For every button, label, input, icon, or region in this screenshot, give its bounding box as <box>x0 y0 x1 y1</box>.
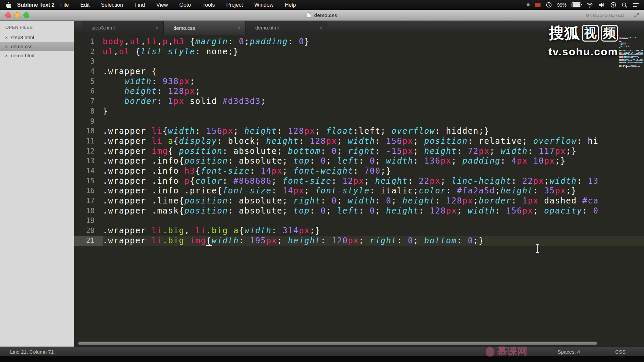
code-line-4[interactable]: .wrapper { <box>103 67 644 77</box>
indent-settings-status[interactable]: Spaces: 4 <box>557 349 580 355</box>
code-line-3[interactable] <box>103 57 644 67</box>
battery-icon[interactable] <box>572 2 581 7</box>
apple-menu-icon[interactable] <box>5 2 11 8</box>
menu-items: FileEditSelectionFindViewGotoToolsProjec… <box>55 2 302 8</box>
line-number: 13 <box>74 156 103 166</box>
tab-label: demo.html <box>255 25 279 31</box>
wifi-icon[interactable] <box>586 2 593 8</box>
line-number: 20 <box>74 226 103 236</box>
code-line-21[interactable]: .wrapper li.big img{width: 195px; height… <box>103 236 644 246</box>
menu-item-window[interactable]: Window <box>249 2 279 8</box>
window-title-bar[interactable]: demo.css UNREGISTERED <box>0 10 644 21</box>
fullscreen-icon[interactable] <box>634 12 639 18</box>
window-title: demo.css <box>314 12 337 18</box>
document-icon <box>307 12 311 18</box>
line-number: 12 <box>74 146 103 157</box>
window-title-group: demo.css <box>0 12 644 18</box>
line-number: 9 <box>74 117 103 127</box>
tab-close-icon[interactable]: × <box>237 25 240 31</box>
code-area[interactable]: body,ul,li,p,h3 {margin: 0;padding: 0}ul… <box>103 37 644 340</box>
line-number: 7 <box>74 97 103 107</box>
code-line-6[interactable]: height: 128px; <box>103 86 644 97</box>
code-line-2[interactable]: ul,ol {list-style: none;} <box>103 47 644 57</box>
line-number: 3 <box>74 57 103 67</box>
tab-step3.html[interactable]: step3.html× <box>82 20 164 35</box>
line-number: 18 <box>74 206 103 216</box>
tab-close-icon[interactable]: × <box>319 25 322 31</box>
menu-item-selection[interactable]: Selection <box>95 2 129 8</box>
bottom-strip <box>0 356 644 362</box>
code-line-17[interactable]: .wrapper .line{position: absolute; right… <box>103 196 644 206</box>
code-line-8[interactable]: } <box>103 107 644 117</box>
menu-item-goto[interactable]: Goto <box>173 2 197 8</box>
code-line-5[interactable]: width: 938px; <box>103 77 644 87</box>
line-number: 6 <box>74 86 103 97</box>
sidebar-file-demo.html[interactable]: ×demo.html <box>0 51 74 60</box>
menu-item-tools[interactable]: Tools <box>197 2 220 8</box>
menu-item-help[interactable]: Help <box>279 2 302 8</box>
line-number: 2 <box>74 47 103 57</box>
line-number: 11 <box>74 136 103 146</box>
cursor-position-status: Line 21, Column 71 <box>10 349 54 355</box>
notification-center-icon[interactable] <box>633 2 639 8</box>
code-line-14[interactable]: .wrapper .info h3{font-size: 14px; font-… <box>103 166 644 176</box>
app-menu-title[interactable]: Sublime Text 2 <box>17 2 55 8</box>
sidebar-file-step3.html[interactable]: ×step3.html <box>0 33 74 42</box>
sync-icon[interactable] <box>610 2 616 8</box>
minimap-line <box>619 62 643 63</box>
tab-bar: step3.html×demo.css×demo.html× <box>74 20 644 35</box>
code-line-19[interactable] <box>103 216 644 226</box>
sidebar: OPEN FILES ×step3.html×demo.css×demo.htm… <box>0 20 74 347</box>
file-close-icon[interactable]: × <box>5 53 8 58</box>
file-name: demo.css <box>11 44 32 49</box>
recording-indicator-icon[interactable] <box>535 3 541 7</box>
menu-status-icons: 99% <box>527 2 639 8</box>
status-bar: Line 21, Column 71 Spaces: 4 CSS <box>0 347 644 356</box>
line-number: 16 <box>74 186 103 196</box>
syntax-status[interactable]: CSS <box>615 349 626 355</box>
screen: Sublime Text 2 FileEditSelectionFindView… <box>0 0 644 362</box>
file-close-icon[interactable]: × <box>5 35 8 40</box>
status-right: Spaces: 4 CSS <box>557 349 626 355</box>
line-number: 14 <box>74 166 103 176</box>
menu-item-edit[interactable]: Edit <box>75 2 96 8</box>
line-number: 4 <box>74 67 103 77</box>
code-line-18[interactable]: .wrapper .mask{position: absolute; top: … <box>103 206 644 216</box>
menu-item-project[interactable]: Project <box>220 2 249 8</box>
horizontal-scrollbar[interactable] <box>78 342 597 345</box>
tab-demo.html[interactable]: demo.html× <box>246 20 327 35</box>
line-number: 17 <box>74 196 103 206</box>
volume-icon[interactable] <box>598 2 605 8</box>
file-name: step3.html <box>11 35 34 40</box>
code-line-12[interactable]: .wrapper img{ position: absolute; bottom… <box>103 146 644 157</box>
tab-close-icon[interactable]: × <box>156 25 159 31</box>
minimap[interactable] <box>619 37 643 94</box>
code-line-15[interactable]: .wrapper .info p{color: #868686; font-si… <box>103 176 644 186</box>
time-machine-icon[interactable] <box>546 2 552 8</box>
menu-item-file[interactable]: File <box>55 2 75 8</box>
line-number: 5 <box>74 77 103 87</box>
code-line-20[interactable]: .wrapper li.big, li.big a{width: 314px;} <box>103 226 644 236</box>
code-line-10[interactable]: .wrapper li{width: 156px; height: 128px;… <box>103 126 644 136</box>
menu-item-find[interactable]: Find <box>129 2 151 8</box>
code-line-16[interactable]: .wrapper .info .price{font-size: 14px; f… <box>103 186 644 196</box>
line-number: 21 <box>74 236 103 246</box>
spotlight-icon[interactable] <box>622 2 628 8</box>
menu-bar: Sublime Text 2 FileEditSelectionFindView… <box>0 0 644 10</box>
code-line-7[interactable]: border: 1px solid #d3d3d3; <box>103 97 644 107</box>
line-number-gutter: 123456789101112131415161718192021 <box>74 37 103 246</box>
file-close-icon[interactable]: × <box>5 44 8 49</box>
code-line-1[interactable]: body,ul,li,p,h3 {margin: 0;padding: 0} <box>103 37 644 47</box>
line-number: 8 <box>74 107 103 117</box>
minimap-line <box>619 47 620 48</box>
line-number: 1 <box>74 37 103 47</box>
sidebar-file-demo.css[interactable]: ×demo.css <box>0 42 74 51</box>
menu-item-view[interactable]: View <box>151 2 173 8</box>
code-line-11[interactable]: .wrapper li a{display: block; height: 12… <box>103 136 644 146</box>
code-line-9[interactable] <box>103 117 644 127</box>
tab-label: demo.css <box>173 25 195 31</box>
editor[interactable]: 123456789101112131415161718192021 body,u… <box>74 35 644 347</box>
code-line-13[interactable]: .wrapper .info{position: absolute; top: … <box>103 156 644 166</box>
status-dot-icon[interactable] <box>527 3 530 6</box>
tab-demo.css[interactable]: demo.css× <box>164 20 246 35</box>
